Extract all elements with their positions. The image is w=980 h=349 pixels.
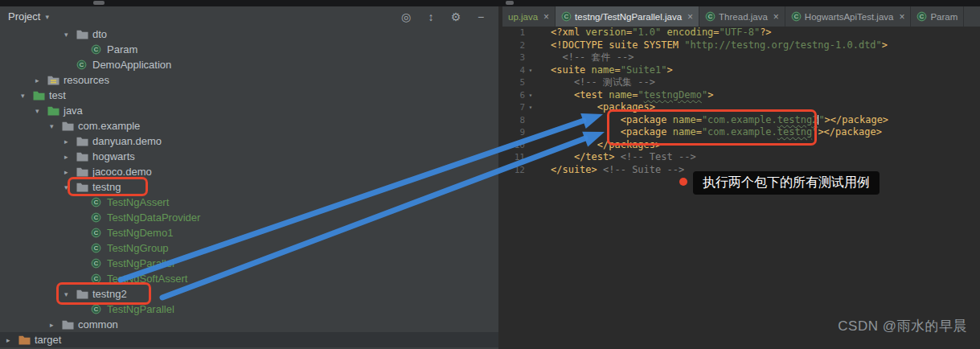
tree-item-testngparallel[interactable]: CTestNgParallel <box>0 256 498 271</box>
tree-item-demoapplication[interactable]: CDemoApplication <box>0 57 498 72</box>
code-token: <!-- Test --> <box>614 151 695 162</box>
chevron-expanded-icon[interactable]: ▾ <box>64 31 76 39</box>
tab-label: Thread.java <box>719 12 768 22</box>
class-icon: C <box>91 197 104 207</box>
code-line-9[interactable]: <package name="com.example.testng"></pac… <box>551 126 980 139</box>
code-token <box>551 139 597 150</box>
tree-item-testngdemo1[interactable]: CTestNgDemo1 <box>0 225 498 240</box>
code-token: ></package> <box>818 126 881 138</box>
code-token: testng <box>777 126 812 138</box>
tree-item-hogwarts[interactable]: ▸hogwarts <box>0 149 498 164</box>
code-token <box>661 27 666 38</box>
code-token: version <box>585 27 626 38</box>
close-tab-icon[interactable]: × <box>899 11 904 23</box>
code-line-10[interactable]: </packages> <box>551 139 980 152</box>
code-token: <package <box>621 114 673 125</box>
project-tree: ▾dtoCParamCDemoApplication▸resources▾tes… <box>0 27 498 349</box>
chevron-collapsed-icon[interactable]: ▸ <box>50 321 62 329</box>
chevron-expanded-icon[interactable]: ▾ <box>35 107 47 115</box>
line-number: 10 <box>502 139 525 152</box>
close-tab-icon[interactable]: × <box>543 11 549 23</box>
fold-icon[interactable]: ▾ <box>525 64 536 77</box>
editor-tab-testng-testngparallel-java[interactable]: Ctestng/TestNgParallel.java× <box>556 6 699 27</box>
tree-item-testng2[interactable]: ▾testng2 <box>0 286 498 302</box>
chevron-expanded-icon[interactable]: ▾ <box>50 122 62 130</box>
fold-icon[interactable]: ▾ <box>525 101 536 114</box>
code-token: </test> <box>574 151 615 162</box>
class-icon: C <box>91 273 104 284</box>
chevron-expanded-icon[interactable]: ▾ <box>64 290 76 298</box>
package-icon <box>76 183 89 192</box>
svg-text:C: C <box>564 13 569 20</box>
code-line-2[interactable]: <!DOCTYPE suite SYSTEM "http://testng.or… <box>551 39 980 52</box>
code-line-3[interactable]: <!-- 套件 --> <box>551 51 980 64</box>
svg-text:C: C <box>94 214 99 221</box>
tree-item-param[interactable]: CParam <box>0 42 498 57</box>
tree-item-testnggroup[interactable]: CTestNgGroup <box>0 240 498 256</box>
tree-item-label: danyuan.demo <box>92 135 162 147</box>
chevron-down-icon[interactable]: ▾ <box>45 13 49 21</box>
locate-file-icon[interactable]: ◎ <box>400 10 412 23</box>
chevron-expanded-icon[interactable]: ▾ <box>64 183 76 191</box>
tree-item-com-example[interactable]: ▾com.example <box>0 118 498 133</box>
gutter-row: 8 <box>502 114 538 127</box>
fold-spacer <box>525 27 536 39</box>
tree-item-label: TestNgGroup <box>107 242 169 254</box>
folder-icon <box>76 30 89 39</box>
package-icon <box>62 121 75 131</box>
tab-label: up.java <box>508 12 538 22</box>
gutter-row: 7▾ <box>502 101 538 114</box>
tree-item-resources[interactable]: ▸resources <box>0 72 498 88</box>
code-line-4[interactable]: <suite name="Suite1"> <box>551 64 980 77</box>
collapse-all-icon[interactable]: ↕ <box>424 10 437 23</box>
tree-item-testngparallel[interactable]: CTestNgParallel <box>0 302 498 317</box>
chevron-collapsed-icon[interactable]: ▸ <box>35 76 47 84</box>
gutter-row: 6▾ <box>502 89 538 102</box>
tree-item-dto[interactable]: ▾dto <box>0 27 498 42</box>
chevron-collapsed-icon[interactable]: ▸ <box>64 168 76 176</box>
fold-icon[interactable]: ▾ <box>525 89 536 102</box>
tree-item-target[interactable]: ▸target <box>0 332 498 347</box>
code-line-1[interactable]: <?xml version="1.0" encoding="UTF-8"?> <box>551 27 980 39</box>
editor-tab-thread-java[interactable]: CThread.java× <box>699 6 785 27</box>
close-tab-icon[interactable]: × <box>773 11 779 23</box>
tree-item-danyuan-demo[interactable]: ▸danyuan.demo <box>0 133 498 149</box>
gutter-row: 9 <box>502 126 538 139</box>
tree-item-testng[interactable]: ▾testng <box>0 179 498 195</box>
code-line-11[interactable]: </test> <!-- Test --> <box>551 151 980 164</box>
tab-label: testng/TestNgParallel.java <box>575 12 682 22</box>
chevron-expanded-icon[interactable]: ▾ <box>21 92 33 100</box>
code-line-5[interactable]: <!-- 测试集 --> <box>551 76 980 89</box>
settings-gear-icon[interactable]: ⚙ <box>449 10 462 23</box>
tree-item-test[interactable]: ▾test <box>0 88 498 103</box>
editor-tab-hogwartsapitest-java[interactable]: CHogwartsApiTest.java× <box>785 6 912 27</box>
code-token: <package <box>621 126 673 138</box>
editor-tab-up-java[interactable]: up.java× <box>502 6 556 27</box>
hide-panel-icon[interactable]: − <box>474 10 487 23</box>
chevron-collapsed-icon[interactable]: ▸ <box>64 153 76 161</box>
tree-item-java[interactable]: ▾java <box>0 103 498 118</box>
code-line-6[interactable]: <test name="testngDemo"> <box>551 89 980 102</box>
close-tab-icon[interactable]: × <box>687 11 693 23</box>
fold-spacer <box>525 76 536 89</box>
tree-item-jacoco-demo[interactable]: ▸jacoco.demo <box>0 164 498 179</box>
tree-item-common[interactable]: ▸common <box>0 317 498 332</box>
tree-item-testngdataprovider[interactable]: CTestNgDataProvider <box>0 210 498 225</box>
tree-item-label: resources <box>64 74 109 86</box>
code-token: > <box>707 89 713 101</box>
tree-item-label: jacoco.demo <box>92 166 152 178</box>
class-icon: C <box>91 212 104 223</box>
editor-tab-bar: up.java×Ctestng/TestNgParallel.java×CThr… <box>502 6 980 27</box>
tree-item-label: TestNgSoftAssert <box>107 273 187 285</box>
chevron-collapsed-icon[interactable]: ▸ <box>64 138 76 146</box>
tree-item-testngassert[interactable]: CTestNgAssert <box>0 195 498 210</box>
tree-item-testngsoftassert[interactable]: CTestNgSoftAssert <box>0 271 498 286</box>
project-panel-title[interactable]: Project <box>8 10 40 23</box>
tree-item-label: testng <box>92 181 121 193</box>
code-line-7[interactable]: <packages> <box>551 101 980 114</box>
chevron-collapsed-icon[interactable]: ▸ <box>6 336 18 344</box>
fold-spacer <box>525 151 536 164</box>
code-line-8[interactable]: <package name="com.example.testng2"></pa… <box>551 114 980 127</box>
code-token: </packages> <box>597 139 661 150</box>
editor-tab-param[interactable]: CParam <box>911 6 964 27</box>
